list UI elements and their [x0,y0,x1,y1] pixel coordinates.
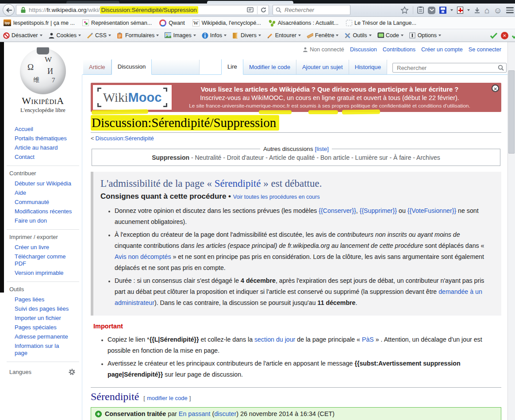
valid-check-icon[interactable] [490,32,498,39]
tab-lire[interactable]: Lire [221,59,243,75]
wikipedia-globe-logo[interactable]: Ω W И 7 维 [20,48,66,94]
reload-icon[interactable] [260,7,267,13]
medical-addon-icon[interactable] [457,7,463,14]
sidebar-item-permanente[interactable]: Adresse permanente [7,332,72,341]
webdev-options-menu[interactable]: Options [409,32,441,39]
sidebar-item-pdf[interactable]: Télécharger comme PDF [7,252,72,268]
sidebar-item-don[interactable]: Faire un don [7,216,72,225]
inline-link[interactable]: {{VoteFusionner}} [407,207,456,214]
url-path: /wiki/ [87,7,100,13]
sidebar-item-importer[interactable]: Importer un fichier [7,313,72,323]
browser-search[interactable] [273,5,350,15]
sidebar-item-modifications[interactable]: Modifications récentes [7,207,72,216]
inline-link[interactable]: {{Supprimer}} [360,207,397,214]
home-icon[interactable]: ⌂ [484,6,489,15]
webdev-divers-menu[interactable]: Divers [232,32,261,39]
search-icon[interactable] [498,65,504,71]
hamburger-menu-icon[interactable] [506,7,514,13]
webdev-images-menu[interactable]: Images [165,32,196,39]
inline-link[interactable]: Avis non décomptés [115,253,171,260]
bookmark-lespetitspois[interactable]: lpp lespetitspois.fr | ça me ... [4,19,75,26]
back-button[interactable] [3,4,15,16]
sidebar-item-debuter[interactable]: Débuter sur Wikipédia [7,179,72,188]
breadcrumb-link[interactable]: Discussion:Sérendipité [96,135,154,142]
inline-link[interactable]: discuter [214,410,236,417]
webdev-desactiver-menu[interactable]: Désactiver [3,32,42,39]
page-scrollbar[interactable] [507,42,515,420]
wiki-search-input[interactable] [396,64,498,72]
wikipedia-wordmark[interactable]: WikipédiA [4,95,82,107]
inline-link[interactable]: Sérendipité [215,178,261,189]
sidebar-item-aide[interactable]: Aide [7,188,72,197]
webdev-infos-menu[interactable]: Infos [202,32,227,39]
liste-link[interactable]: [liste] [315,146,329,152]
gear-icon[interactable] [68,368,76,376]
webdev-entourer-menu[interactable]: Entourer [267,32,301,39]
save-addon-dropdown-icon[interactable] [450,9,453,11]
browser-toolbar: https://fr.wikipedia.org/wiki/Discussion… [0,4,515,17]
inline-link[interactable]: PàS [362,336,374,343]
sidebar-item-communaute[interactable]: Communauté [7,197,72,207]
webdev-cookies-menu[interactable]: Cookies [48,32,81,39]
save-addon-icon[interactable] [439,7,446,14]
wiki-search[interactable] [392,63,507,73]
sidebar-item-pages-liees[interactable]: Pages liées [7,295,72,304]
personal-link-contributions[interactable]: Contributions [383,46,415,53]
inline-link[interactable]: {{Conserver}} [319,207,356,214]
scrollbar-thumb[interactable] [508,70,515,154]
inline-text: {{L|Sérendipité}} [150,336,199,343]
error-icon[interactable]: ✕ [501,32,508,39]
sidebar-item-hasard[interactable]: Article au hasard [7,143,72,152]
pocket-icon[interactable] [428,7,435,14]
sidebar-item-information[interactable]: Information sur la page [7,341,72,358]
procedures-en-cours-link[interactable]: Voir toutes les procédures en cours [233,194,320,200]
sidebar-item-accueil[interactable]: Accueil [7,124,72,134]
personal-link-creer-compte[interactable]: Créer un compte [421,46,463,53]
webdev-css-menu[interactable]: CSS [87,32,111,39]
webdev-label: CSS [95,32,107,39]
webdev-formulaires-menu[interactable]: Formulaires [117,32,159,39]
section-title-link[interactable]: Sérendipité [91,391,139,403]
brush-icon [87,32,93,39]
webdev-fenetre-menu[interactable]: Fenêtre [307,32,338,39]
banner-close-icon[interactable]: ✕ [492,85,499,92]
sidebar-item-imprimable[interactable]: Version imprimable [7,268,72,277]
url-input[interactable]: https://fr.wikipedia.org/wiki/Discussion… [16,5,269,15]
sidebar-item-speciales[interactable]: Pages spéciales [7,323,72,332]
sidebar-item-suivi[interactable]: Suivi des pages liées [7,304,72,313]
bookmark-qwant[interactable]: Qwant [159,19,184,27]
sidebar-item-portails[interactable]: Portails thématiques [7,134,72,143]
webdev-label: Options [418,32,437,39]
webdev-code-menu[interactable]: Code [377,32,404,39]
tab-historique[interactable]: Historique [349,60,387,74]
bookmark-representation-semantique[interactable]: Représentation séman... [82,19,152,26]
inline-link[interactable]: En passant [179,410,211,417]
inline-text: sont déplacés dans « [423,242,484,249]
tab-ajouter-un-sujet[interactable]: Ajouter un sujet [296,60,349,74]
bookmark-wikipedia[interactable]: W Wikipédia, l'encyclopé... [192,19,261,27]
modifier-le-code-link[interactable]: modifier le code [145,395,189,401]
smiley-addon-icon[interactable]: ☺ [494,6,502,15]
sidebar-item-contact[interactable]: Contact [7,152,72,162]
personal-link-connexion[interactable]: Se connecter [469,46,501,53]
banner-line1: Vous lisez les articles de Wikipédia ? Q… [173,85,486,94]
wikimooc-logo[interactable]: WikiMooc [92,85,172,110]
browser-search-input[interactable] [284,6,341,14]
inline-link[interactable]: section du jour [254,336,295,343]
banner-line3[interactable]: Le site france-universite-numerique-mooc… [173,102,486,109]
banner-line2[interactable]: Inscrivez-vous au WikiMOOC, un cours en … [173,94,486,102]
bookmark-star-icon[interactable] [400,6,409,15]
tab-article[interactable]: Article [83,60,111,74]
reader-mode-icon[interactable] [247,7,254,13]
medical-addon-dropdown-icon[interactable] [467,9,470,11]
bookmark-tresor-langue[interactable]: Le Trésor de la Langue... [346,20,416,26]
downloads-icon[interactable] [474,7,480,14]
inline-text: sur leur page de discussion. [163,371,243,378]
sidebar-item-livre[interactable]: Créer un livre [7,243,72,252]
bookmark-alsacreations[interactable]: Alsacréations : Actualit... [269,19,338,27]
personal-link-discussion[interactable]: Discussion [350,46,377,53]
tab-modifier-le-code[interactable]: Modifier le code [243,60,296,74]
tab-discussion[interactable]: Discussion [111,59,152,75]
bookmarks-panel-icon[interactable] [417,6,424,14]
webdev-outils-menu[interactable]: Outils [344,32,371,39]
